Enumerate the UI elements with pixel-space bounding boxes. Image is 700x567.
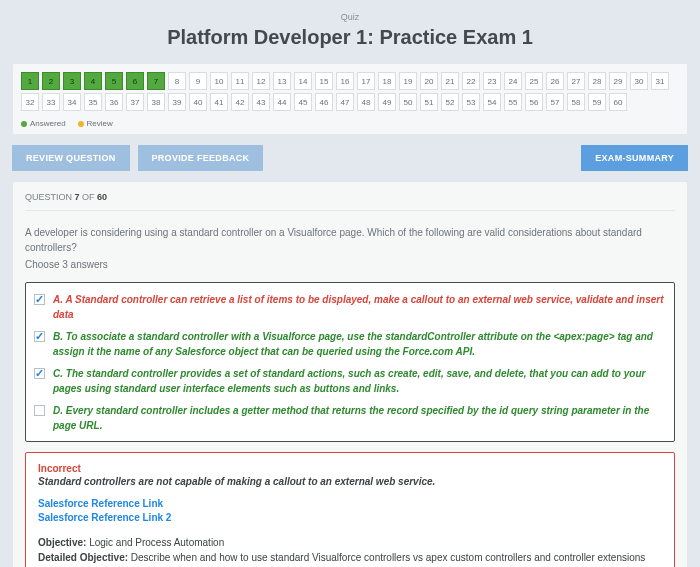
nav-cell-8[interactable]: 8 bbox=[168, 72, 186, 90]
reference-link-2[interactable]: Salesforce Reference Link 2 bbox=[38, 511, 662, 525]
nav-cell-9[interactable]: 9 bbox=[189, 72, 207, 90]
nav-cell-17[interactable]: 17 bbox=[357, 72, 375, 90]
nav-cell-57[interactable]: 57 bbox=[546, 93, 564, 111]
nav-cell-30[interactable]: 30 bbox=[630, 72, 648, 90]
nav-cell-42[interactable]: 42 bbox=[231, 93, 249, 111]
nav-cell-21[interactable]: 21 bbox=[441, 72, 459, 90]
answer-text: C. The standard controller provides a se… bbox=[53, 367, 666, 396]
nav-cell-43[interactable]: 43 bbox=[252, 93, 270, 111]
nav-cell-23[interactable]: 23 bbox=[483, 72, 501, 90]
answer-text: B. To associate a standard controller wi… bbox=[53, 330, 666, 359]
dot-icon bbox=[21, 121, 27, 127]
question-header: QUESTION 7 OF 60 bbox=[25, 192, 675, 211]
question-nav-grid: 1234567891011121314151617181920212223242… bbox=[21, 72, 679, 111]
legend-answered: Answered bbox=[30, 119, 66, 128]
nav-cell-1[interactable]: 1 bbox=[21, 72, 39, 90]
nav-cell-38[interactable]: 38 bbox=[147, 93, 165, 111]
nav-cell-32[interactable]: 32 bbox=[21, 93, 39, 111]
nav-cell-14[interactable]: 14 bbox=[294, 72, 312, 90]
page-title: Platform Developer 1: Practice Exam 1 bbox=[12, 26, 688, 49]
nav-cell-3[interactable]: 3 bbox=[63, 72, 81, 90]
answer-text: D. Every standard controller includes a … bbox=[53, 404, 666, 433]
nav-cell-19[interactable]: 19 bbox=[399, 72, 417, 90]
checkbox-icon[interactable] bbox=[34, 331, 45, 342]
nav-cell-55[interactable]: 55 bbox=[504, 93, 522, 111]
question-prompt: A developer is considering using a stand… bbox=[25, 225, 675, 255]
answer-D[interactable]: D. Every standard controller includes a … bbox=[34, 400, 666, 437]
nav-cell-35[interactable]: 35 bbox=[84, 93, 102, 111]
reference-link-1[interactable]: Salesforce Reference Link bbox=[38, 497, 662, 511]
checkbox-icon[interactable] bbox=[34, 294, 45, 305]
feedback-explanation: Standard controllers are not capable of … bbox=[38, 476, 662, 487]
review-question-button[interactable]: REVIEW QUESTION bbox=[12, 145, 130, 171]
nav-cell-39[interactable]: 39 bbox=[168, 93, 186, 111]
nav-cell-25[interactable]: 25 bbox=[525, 72, 543, 90]
answer-B[interactable]: B. To associate a standard controller wi… bbox=[34, 326, 666, 363]
nav-cell-27[interactable]: 27 bbox=[567, 72, 585, 90]
answer-C[interactable]: C. The standard controller provides a se… bbox=[34, 363, 666, 400]
nav-cell-36[interactable]: 36 bbox=[105, 93, 123, 111]
nav-cell-40[interactable]: 40 bbox=[189, 93, 207, 111]
nav-cell-34[interactable]: 34 bbox=[63, 93, 81, 111]
nav-cell-26[interactable]: 26 bbox=[546, 72, 564, 90]
nav-cell-45[interactable]: 45 bbox=[294, 93, 312, 111]
nav-cell-22[interactable]: 22 bbox=[462, 72, 480, 90]
nav-cell-12[interactable]: 12 bbox=[252, 72, 270, 90]
nav-cell-24[interactable]: 24 bbox=[504, 72, 522, 90]
provide-feedback-button[interactable]: PROVIDE FEEDBACK bbox=[138, 145, 264, 171]
nav-cell-29[interactable]: 29 bbox=[609, 72, 627, 90]
nav-cell-41[interactable]: 41 bbox=[210, 93, 228, 111]
nav-cell-54[interactable]: 54 bbox=[483, 93, 501, 111]
nav-cell-11[interactable]: 11 bbox=[231, 72, 249, 90]
nav-cell-16[interactable]: 16 bbox=[336, 72, 354, 90]
nav-cell-15[interactable]: 15 bbox=[315, 72, 333, 90]
nav-cell-28[interactable]: 28 bbox=[588, 72, 606, 90]
answers-box: A. A Standard controller can retrieve a … bbox=[25, 282, 675, 442]
nav-cell-58[interactable]: 58 bbox=[567, 93, 585, 111]
feedback-box: Incorrect Standard controllers are not c… bbox=[25, 452, 675, 567]
question-choose: Choose 3 answers bbox=[25, 259, 675, 270]
nav-cell-2[interactable]: 2 bbox=[42, 72, 60, 90]
feedback-objective: Objective: Logic and Process Automation … bbox=[38, 535, 662, 565]
nav-cell-33[interactable]: 33 bbox=[42, 93, 60, 111]
legend-review: Review bbox=[87, 119, 113, 128]
nav-cell-20[interactable]: 20 bbox=[420, 72, 438, 90]
nav-cell-50[interactable]: 50 bbox=[399, 93, 417, 111]
nav-cell-60[interactable]: 60 bbox=[609, 93, 627, 111]
nav-cell-46[interactable]: 46 bbox=[315, 93, 333, 111]
answer-text: A. A Standard controller can retrieve a … bbox=[53, 293, 666, 322]
nav-cell-37[interactable]: 37 bbox=[126, 93, 144, 111]
nav-cell-13[interactable]: 13 bbox=[273, 72, 291, 90]
nav-cell-4[interactable]: 4 bbox=[84, 72, 102, 90]
dot-icon bbox=[78, 121, 84, 127]
nav-cell-59[interactable]: 59 bbox=[588, 93, 606, 111]
nav-cell-5[interactable]: 5 bbox=[105, 72, 123, 90]
nav-cell-48[interactable]: 48 bbox=[357, 93, 375, 111]
nav-cell-18[interactable]: 18 bbox=[378, 72, 396, 90]
nav-cell-31[interactable]: 31 bbox=[651, 72, 669, 90]
quiz-label: Quiz bbox=[12, 12, 688, 22]
nav-cell-6[interactable]: 6 bbox=[126, 72, 144, 90]
nav-cell-53[interactable]: 53 bbox=[462, 93, 480, 111]
feedback-verdict: Incorrect bbox=[38, 463, 662, 474]
nav-cell-52[interactable]: 52 bbox=[441, 93, 459, 111]
nav-cell-10[interactable]: 10 bbox=[210, 72, 228, 90]
nav-legend: Answered Review bbox=[21, 119, 679, 128]
nav-cell-51[interactable]: 51 bbox=[420, 93, 438, 111]
checkbox-icon[interactable] bbox=[34, 368, 45, 379]
nav-cell-47[interactable]: 47 bbox=[336, 93, 354, 111]
nav-cell-7[interactable]: 7 bbox=[147, 72, 165, 90]
question-panel: QUESTION 7 OF 60 A developer is consider… bbox=[12, 181, 688, 567]
nav-cell-49[interactable]: 49 bbox=[378, 93, 396, 111]
nav-cell-56[interactable]: 56 bbox=[525, 93, 543, 111]
toolbar: REVIEW QUESTION PROVIDE FEEDBACK EXAM-SU… bbox=[12, 145, 688, 171]
checkbox-icon[interactable] bbox=[34, 405, 45, 416]
nav-cell-44[interactable]: 44 bbox=[273, 93, 291, 111]
answer-A[interactable]: A. A Standard controller can retrieve a … bbox=[34, 289, 666, 326]
question-nav-panel: 1234567891011121314151617181920212223242… bbox=[12, 63, 688, 135]
exam-summary-button[interactable]: EXAM-SUMMARY bbox=[581, 145, 688, 171]
